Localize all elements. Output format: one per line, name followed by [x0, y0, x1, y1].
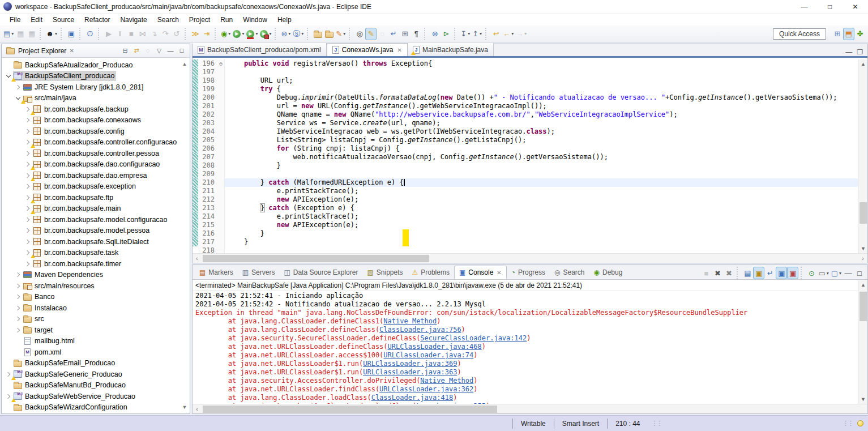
code-line[interactable]: 200 Debug.imprimir(DateUtils.formataData… — [193, 93, 858, 102]
dropdown-arrow-icon[interactable]: ▾ — [524, 31, 527, 36]
display-console-button[interactable]: ▭▾ — [817, 267, 829, 279]
minimize-console-button[interactable]: — — [843, 267, 854, 279]
clear-console-button[interactable]: ▤ — [742, 267, 753, 279]
editor-scroll-thumb[interactable] — [860, 202, 867, 224]
code-line[interactable]: 203 Service ws = Service.create(url, qna… — [193, 119, 858, 127]
code-line[interactable]: 202 QName qname = new QName("http://webs… — [193, 110, 858, 119]
tree-item[interactable]: BackupSafeWs_Producao — [2, 413, 180, 413]
lightbulb-icon[interactable] — [857, 420, 863, 426]
code-line[interactable]: 212 new APIException(e); — [193, 195, 858, 204]
build-button[interactable]: ◌ — [377, 28, 388, 40]
use-step-filters-button[interactable]: ≫ — [190, 28, 201, 40]
tree-item[interactable]: br.com.backupsafe.main — [2, 203, 180, 215]
stack-trace-link[interactable]: Native Method — [420, 377, 473, 385]
tree-item[interactable]: br.com.backupsafe.exception — [2, 181, 180, 193]
code-line[interactable]: 201 url = new URL(Config.getInstance().g… — [193, 102, 858, 110]
view-tab-console[interactable]: ▣Console✕ — [454, 266, 507, 279]
editor-scroll-up-arrow[interactable]: ▲ — [858, 59, 867, 69]
tree-scroll-down-arrow[interactable]: ▼ — [181, 403, 189, 411]
editor-tab-backupsafeclient-producao-pom-xml[interactable]: MBackupSafeClient_producao/pom.xml — [193, 43, 327, 56]
expand-expander-icon[interactable] — [23, 152, 32, 155]
new-web-service-button[interactable]: Ⓢ▾ — [292, 28, 305, 40]
code-line[interactable]: 196⊖ public void registraVersao() throws… — [193, 59, 858, 68]
menu-source[interactable]: Source — [48, 15, 79, 25]
console-horizontal-scrollbar[interactable]: ‹ — [193, 404, 867, 413]
editor-tab-mainbackupsafe-java[interactable]: JMainBackupSafe.java — [408, 43, 494, 56]
dropdown-arrow-icon[interactable]: ▾ — [480, 31, 482, 36]
show-whitespace-button[interactable]: ¶ — [411, 28, 422, 40]
remove-all-terminated-button[interactable]: ✖ — [723, 267, 734, 279]
skip-all-breakpoints-button[interactable]: ∅ — [84, 28, 96, 40]
expand-expander-icon[interactable] — [14, 86, 23, 89]
expand-expander-icon[interactable] — [14, 284, 23, 288]
maximize-view-button[interactable]: □ — [176, 45, 187, 57]
stack-trace-link[interactable]: URLClassLoader.java:468 — [388, 343, 482, 351]
tree-item[interactable]: br.com.backupsafe.SqlLiteDialect — [2, 236, 180, 247]
dropdown-arrow-icon[interactable]: ▾ — [11, 31, 14, 36]
menu-search[interactable]: Search — [152, 15, 184, 25]
window-maximize-button[interactable]: □ — [817, 0, 843, 13]
tree-item[interactable]: Instalacao — [2, 302, 180, 314]
step-over-button[interactable]: ↷ — [160, 28, 171, 40]
tree-item[interactable]: mailbug.html — [2, 336, 180, 347]
code-line[interactable]: 218 — [193, 246, 858, 253]
stack-trace-link[interactable]: ClassLoader.java:756 — [379, 326, 461, 334]
step-into-button[interactable]: ↴ — [148, 28, 160, 40]
resume-button[interactable]: ▶ — [103, 28, 114, 40]
collapse-all-button[interactable]: ⊟ — [119, 45, 131, 57]
open-console-button[interactable]: ▢▾ — [830, 267, 843, 279]
menu-refactor[interactable]: Refactor — [79, 15, 115, 25]
stack-trace-link[interactable]: ClassLoader.java:418 — [371, 394, 454, 402]
expand-expander-icon[interactable] — [14, 317, 23, 321]
tree-item[interactable]: BackupSafeEmail_Producao — [2, 358, 180, 369]
expand-expander-icon[interactable] — [14, 328, 23, 332]
dropdown-arrow-icon[interactable]: ▾ — [827, 271, 829, 276]
coverage-button[interactable]: ▶▾ — [245, 28, 259, 40]
stack-trace-link[interactable]: URLClassLoader.java:363 — [363, 368, 457, 376]
menu-file[interactable]: File — [5, 15, 25, 25]
tree-item[interactable]: br.com.backupsafe.task — [2, 247, 180, 259]
view-tab-search[interactable]: ◎Search — [550, 266, 589, 279]
open-perspective-button[interactable]: ⊞ — [832, 28, 843, 40]
menu-navigate[interactable]: Navigate — [115, 15, 152, 25]
dropdown-arrow-icon[interactable]: ▾ — [269, 31, 271, 36]
new-wizard-button[interactable]: ▤▾ — [2, 28, 15, 40]
tree-item[interactable]: br.com.backupsafe.dao.configuracao — [2, 159, 180, 170]
quick-access-box[interactable]: Quick Access — [773, 28, 826, 40]
view-tab-markers[interactable]: ▤Markers — [195, 266, 238, 279]
code-line[interactable]: 210 } catch (MalformedURLException e) { — [193, 178, 858, 187]
new-web-project-button[interactable]: ⊚▾ — [280, 28, 292, 40]
disconnect-button[interactable]: ⋈ — [137, 28, 148, 40]
external-tools-button[interactable]: ▶▾ — [259, 28, 272, 40]
tree-item[interactable]: src/main/resources — [2, 280, 180, 292]
console-hscroll-thumb[interactable] — [203, 406, 497, 413]
editor-tab-conexaows-java[interactable]: JConexaoWs.java✕ — [327, 43, 408, 56]
project-explorer-close-icon[interactable]: ✕ — [69, 48, 74, 54]
code-line[interactable]: 199 try { — [193, 85, 858, 93]
console-scroll-down-arrow[interactable]: ▼ — [858, 395, 868, 404]
last-edit-location-button[interactable]: ↩ — [490, 28, 502, 40]
expand-expander-icon[interactable] — [23, 240, 32, 244]
code-line[interactable]: 197 — [193, 68, 858, 76]
tab-close-icon[interactable]: ✕ — [397, 47, 402, 53]
tree-item[interactable]: br.com.backupsafe.controller.configuraca… — [2, 137, 180, 148]
maximize-editor-icon[interactable]: ❐ — [857, 48, 863, 56]
dropdown-arrow-icon[interactable]: ▾ — [255, 31, 258, 36]
forward-button[interactable]: →▾ — [515, 28, 528, 40]
console-scroll-left-arrow[interactable]: ‹ — [193, 404, 202, 414]
expand-expander-icon[interactable] — [23, 118, 32, 122]
run-button[interactable]: ▶▾ — [232, 28, 245, 40]
view-tab-snippets[interactable]: ▧Snippets — [362, 266, 407, 279]
save-button[interactable]: ▦ — [15, 28, 26, 40]
tree-item[interactable]: Mpom.xml — [2, 347, 180, 358]
editor-scroll-right-arrow[interactable]: › — [858, 254, 867, 263]
code-line[interactable]: 208 } — [193, 161, 858, 170]
fold-collapse-icon[interactable]: ⊖ — [217, 59, 225, 68]
view-tab-data-source-explorer[interactable]: ◫Data Source Explorer — [279, 266, 362, 279]
dropdown-arrow-icon[interactable]: ▾ — [468, 31, 470, 36]
window-close-button[interactable]: ✕ — [843, 0, 868, 13]
search-button[interactable]: ◎ — [354, 28, 365, 40]
code-line[interactable]: 216 } — [193, 229, 858, 238]
dropdown-arrow-icon[interactable]: ▾ — [228, 31, 230, 36]
window-minimize-button[interactable]: — — [792, 0, 817, 13]
